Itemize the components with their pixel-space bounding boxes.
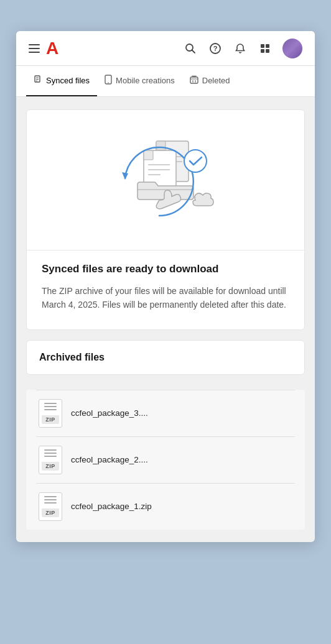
info-text-area: Synced files are ready to download The Z…: [27, 250, 304, 329]
list-item[interactable]: ZIP ccfeol_package_2....: [26, 437, 305, 483]
main-content: Synced files are ready to download The Z…: [16, 97, 315, 542]
zip-line: [44, 403, 57, 404]
zip-lines: [42, 403, 59, 410]
svg-rect-14: [190, 77, 198, 83]
svg-rect-6: [261, 49, 264, 53]
app-window: A ?: [16, 31, 315, 542]
tab-synced-files[interactable]: Synced files: [26, 66, 97, 96]
grid-icon[interactable]: [258, 41, 273, 56]
svg-rect-5: [266, 44, 269, 48]
svg-point-30: [184, 150, 207, 172]
info-title: Synced files are ready to download: [42, 263, 289, 275]
zip-lines: [42, 449, 59, 457]
tab-deleted-icon: [190, 75, 198, 86]
zip-lines: [42, 496, 59, 504]
zip-line: [44, 456, 57, 457]
zip-file-icon: ZIP: [39, 399, 62, 428]
help-icon[interactable]: ?: [208, 41, 223, 56]
svg-rect-7: [266, 49, 269, 53]
zip-line: [44, 502, 57, 504]
header: A ?: [16, 31, 315, 66]
adobe-logo: A: [46, 40, 58, 57]
tab-deleted[interactable]: Deleted: [182, 66, 238, 96]
file-name: ccfeol_package_1.zip: [71, 502, 152, 511]
zip-file-icon: ZIP: [39, 446, 62, 474]
file-name: ccfeol_package_2....: [71, 455, 148, 464]
hamburger-icon[interactable]: [29, 44, 40, 53]
tab-mobile-icon: [105, 75, 112, 86]
tab-synced-icon: [34, 75, 42, 86]
list-item[interactable]: ZIP ccfeol_package_3....: [26, 390, 305, 436]
header-left: A: [29, 40, 58, 57]
zip-line: [44, 499, 57, 500]
zip-label: ZIP: [42, 508, 59, 517]
file-list: ZIP ccfeol_package_3.... ZIP ccfeol_pack…: [26, 390, 305, 530]
svg-point-13: [108, 82, 109, 83]
list-item[interactable]: ZIP ccfeol_package_1.zip: [26, 484, 305, 530]
file-name: ccfeol_package_3....: [71, 408, 148, 418]
archived-card: Archived files: [26, 340, 305, 375]
zip-label: ZIP: [42, 415, 59, 424]
tab-synced-label: Synced files: [46, 76, 90, 85]
bell-icon[interactable]: [233, 41, 248, 56]
svg-line-1: [192, 50, 195, 53]
svg-marker-29: [122, 172, 128, 180]
zip-line: [44, 449, 57, 451]
info-body: The ZIP archive of your files will be av…: [42, 284, 289, 312]
zip-label: ZIP: [42, 462, 59, 471]
avatar[interactable]: [282, 39, 302, 58]
zip-line: [44, 409, 57, 410]
zip-line: [44, 406, 57, 407]
tab-mobile-creations[interactable]: Mobile creations: [97, 66, 182, 96]
tab-mobile-label: Mobile creations: [116, 76, 175, 85]
search-icon[interactable]: [183, 41, 198, 56]
svg-rect-20: [156, 141, 166, 150]
svg-text:?: ?: [213, 45, 218, 52]
zip-file-icon: ZIP: [39, 492, 62, 521]
svg-rect-4: [261, 44, 264, 48]
svg-rect-25: [144, 150, 153, 160]
info-card: Synced files are ready to download The Z…: [26, 109, 305, 330]
zip-line: [44, 453, 57, 454]
tab-deleted-label: Deleted: [202, 76, 230, 85]
tabs-bar: Synced files Mobile creations: [16, 66, 315, 97]
archived-title: Archived files: [39, 352, 292, 363]
header-right: ?: [183, 39, 302, 58]
zip-line: [44, 496, 57, 497]
illustration-area: [27, 110, 304, 250]
